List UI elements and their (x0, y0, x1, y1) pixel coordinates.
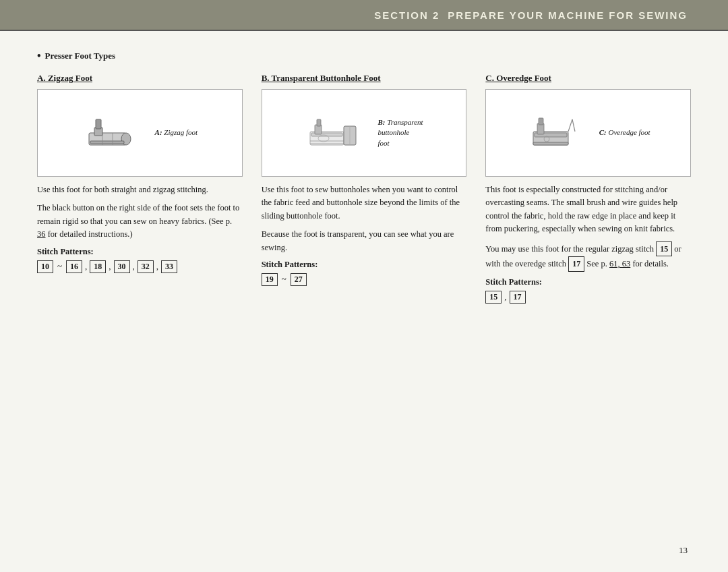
page: SECTION 2 PREPARE YOUR MACHINE FOR SEWIN… (0, 0, 728, 572)
comma-1: , (85, 261, 87, 272)
bullet-icon: • (37, 50, 41, 62)
stitch-num-27: 27 (291, 273, 307, 286)
svg-rect-4 (90, 141, 124, 144)
comma-5: , (504, 291, 506, 302)
col-c-image-box: C: Overedge foot (485, 89, 691, 177)
col-a-para-1: Use this foot for both straight and zigz… (37, 183, 243, 196)
col-a-image-box: A: Zigzag foot (37, 89, 243, 177)
stitch-num-10: 10 (37, 260, 53, 273)
col-b-image-box: B: Transparentbuttonholefoot (262, 89, 467, 177)
col-b-para-1: Use this foot to sew buttonholes when yo… (262, 183, 467, 223)
comma-2: , (109, 261, 111, 272)
svg-rect-10 (317, 119, 321, 126)
inline-stitch-15: 15 (656, 241, 672, 257)
stitch-num-15: 15 (485, 291, 502, 304)
svg-rect-2 (96, 119, 101, 129)
stitch-num-17: 17 (510, 291, 526, 304)
col-c: C. Overedge Foot C: Overedge f (485, 73, 691, 304)
three-columns: A. Zigzag Foot A: Zigzag foot (37, 73, 691, 304)
stitch-num-32: 32 (138, 260, 154, 273)
col-b-stitch-numbers: 19 ~ 27 (262, 273, 467, 286)
col-a: A. Zigzag Foot A: Zigzag foot (37, 73, 243, 304)
col-c-stitch-label: Stitch Patterns: (485, 277, 691, 287)
svg-rect-19 (539, 118, 543, 125)
page-number: 13 (679, 545, 688, 556)
section-label: SECTION 2 (374, 9, 439, 21)
header-title: PREPARE YOUR MACHINE FOR SEWING (448, 9, 688, 21)
svg-rect-22 (533, 142, 568, 145)
section-heading-text: Presser Foot Types (45, 51, 115, 61)
header-banner: SECTION 2 PREPARE YOUR MACHINE FOR SEWIN… (0, 0, 728, 31)
col-a-img-label: A: Zigzag foot (155, 127, 198, 138)
tilde-1: ~ (56, 261, 63, 272)
stitch-num-30: 30 (114, 260, 130, 273)
content-area: • Presser Foot Types A. Zigzag Foot (0, 31, 728, 322)
col-c-stitch-numbers: 15 , 17 (485, 291, 691, 304)
comma-3: , (133, 261, 135, 272)
comma-4: , (156, 261, 158, 272)
stitch-num-16: 16 (66, 260, 82, 273)
svg-line-21 (572, 119, 575, 132)
inline-stitch-17: 17 (568, 256, 584, 272)
buttonhole-foot-illustration (305, 109, 365, 156)
stitch-num-19: 19 (262, 273, 278, 286)
tilde-2: ~ (280, 274, 288, 285)
col-b: B. Transparent Buttonhole Foot (262, 73, 467, 304)
col-b-para-2: Because the foot is transparent, you can… (262, 228, 467, 254)
col-a-stitch-label: Stitch Patterns: (37, 247, 243, 257)
zigzag-foot-illustration (82, 109, 143, 156)
col-b-heading: B. Transparent Buttonhole Foot (262, 73, 467, 84)
col-b-img-label: B: Transparentbuttonholefoot (377, 117, 423, 148)
svg-line-20 (568, 119, 572, 132)
col-a-para-2: The black button on the right side of th… (37, 202, 243, 241)
stitch-num-33: 33 (161, 260, 177, 273)
col-a-heading: A. Zigzag Foot (37, 73, 243, 84)
overedge-foot-illustration (526, 109, 587, 156)
col-c-heading: C. Overedge Foot (485, 73, 691, 84)
col-c-para-1: This foot is especially constructed for … (485, 183, 691, 236)
col-a-stitch-numbers: 10 ~ 16 , 18 , 30 , 32 , 33 (37, 260, 243, 273)
col-c-para-2: You may use this foot for the regular zi… (485, 241, 691, 272)
col-c-img-label: C: Overedge foot (599, 127, 650, 138)
section-heading: • Presser Foot Types (37, 50, 691, 62)
col-b-stitch-label: Stitch Patterns: (262, 260, 467, 270)
stitch-num-18: 18 (90, 260, 106, 273)
